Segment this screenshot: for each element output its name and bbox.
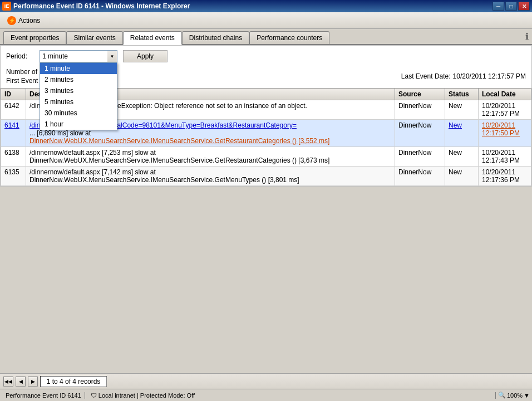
option-5-minutes[interactable]: 5 minutes [40,96,117,107]
close-button[interactable]: ✕ [518,2,530,11]
window-controls: ─ □ ✕ [492,2,530,11]
content-panel: Period: ▼ 1 minute 2 minutes 3 minutes 5… [0,45,532,187]
tab-performance-counters[interactable]: Performance counters [249,31,329,44]
col-source: Source [395,89,445,100]
option-1-minute[interactable]: 1 minute [40,63,117,74]
row-source: DinnerNow [395,167,445,186]
row-desc-line2: DinnerNow.WebUX.MenuSearchService.IMenuS… [29,176,391,184]
col-id: ID [1,89,26,100]
row-desc-line2: ... [6,890 ms] slow at [29,129,391,137]
app-icon: IE [2,2,11,11]
tab-related-events[interactable]: Related events [123,31,182,45]
tab-distributed-chains[interactable]: Distributed chains [182,31,249,44]
actions-label: Actions [18,17,40,25]
row-status: New [445,167,479,186]
period-row: Period: ▼ 1 minute 2 minutes 3 minutes 5… [1,46,531,67]
last-event-label: Last Event Date: [401,72,451,80]
row-id: 6142 [1,100,26,120]
window-title: Performance Event ID 6141 - Windows Inte… [13,2,492,10]
tab-event-properties[interactable]: Event properties [3,31,66,44]
option-3-minutes[interactable]: 3 minutes [40,85,117,96]
zoom-dropdown-arrow[interactable]: ▼ [524,392,530,399]
row-description: /dinnernow/default.aspx [7,253 ms] slow … [26,147,395,167]
row-desc-line2: DinnerNow.WebUX.MenuSearchService.IMenuS… [29,157,391,164]
status-text: Performance Event ID 6141 [2,392,85,399]
row-id: 6141 [1,120,26,147]
minimize-button[interactable]: ─ [492,2,504,11]
zoom-level: 100% [507,392,523,399]
page-info: 1 to 4 of 4 records [40,376,107,387]
row-date2[interactable]: 12:17:50 PM [482,129,528,137]
zoom-control: 🔍 100% ▼ [498,392,530,399]
tab-bar: Event properties Similar events Related … [0,29,532,45]
title-bar: IE Performance Event ID 6141 - Windows I… [0,0,532,12]
row-date1[interactable]: 10/20/2011 [482,121,528,129]
actions-button[interactable]: ⚡ Actions [3,14,44,27]
row-status: New [445,100,479,120]
period-input[interactable] [40,50,117,62]
row-status[interactable]: New [445,120,479,147]
main-area: Event properties Similar events Related … [0,29,532,373]
option-30-minutes[interactable]: 30 minutes [40,107,117,119]
table-row: 6135 /dinnernow/default.aspx [7,142 ms] … [1,167,531,186]
col-local-date: Local Date [479,89,531,100]
apply-button[interactable]: Apply [123,50,168,62]
prev-page-button[interactable]: ◀ [16,376,26,387]
row-source: DinnerNow [395,147,445,167]
period-label: Period: [6,52,34,60]
period-select-wrapper: ▼ 1 minute 2 minutes 3 minutes 5 minutes… [40,50,117,62]
toolbar: ⚡ Actions [0,12,532,29]
row-local-date: 10/20/2011 12:17:57 PM [479,100,531,120]
row-desc-line1: /dinnernow/default.aspx [7,142 ms] slow … [29,168,391,176]
table-row: 6138 /dinnernow/default.aspx [7,253 ms] … [1,147,531,167]
row-local-date: 10/20/2011 12:17:50 PM [479,120,531,147]
actions-icon: ⚡ [7,16,16,25]
status-bar: Performance Event ID 6141 🛡 Local intran… [0,389,532,401]
period-dropdown: 1 minute 2 minutes 3 minutes 5 minutes 3… [40,62,117,130]
zoom-icon: 🔍 [498,392,506,399]
first-page-button[interactable]: ◀◀ [3,376,13,387]
row-id: 6138 [1,147,26,167]
pagination-bar: ◀◀ ◀ ▶ 1 to 4 of 4 records [0,373,532,389]
security-status: 🛡 Local intranet | Protected Mode: Off [87,392,496,399]
option-1-hour[interactable]: 1 hour [40,119,117,130]
maximize-button[interactable]: □ [505,2,517,11]
col-status: Status [445,89,479,100]
row-local-date: 10/20/2011 12:17:36 PM [479,167,531,186]
help-icon[interactable]: ℹ [525,31,529,44]
row-source: DinnerNow [395,100,445,120]
row-id: 6135 [1,167,26,186]
last-event-value: 10/20/2011 12:17:57 PM [453,72,526,80]
row-source: DinnerNow [395,120,445,147]
row-desc-line3[interactable]: DinnerNow.WebUX.MenuSearchService.IMenuS… [29,137,391,145]
last-event-area: Last Event Date: 10/20/2011 12:17:57 PM [401,68,526,85]
row-desc-line1: /dinnernow/default.aspx [7,253 ms] slow … [29,149,391,157]
tab-similar-events[interactable]: Similar events [66,31,122,44]
option-2-minutes[interactable]: 2 minutes [40,74,117,85]
shield-icon: 🛡 [91,392,97,399]
row-status: New [445,147,479,167]
row-local-date: 10/20/2011 12:17:43 PM [479,147,531,167]
row-description: /dinnernow/default.aspx [7,142 ms] slow … [26,167,395,186]
next-page-button[interactable]: ▶ [28,376,38,387]
